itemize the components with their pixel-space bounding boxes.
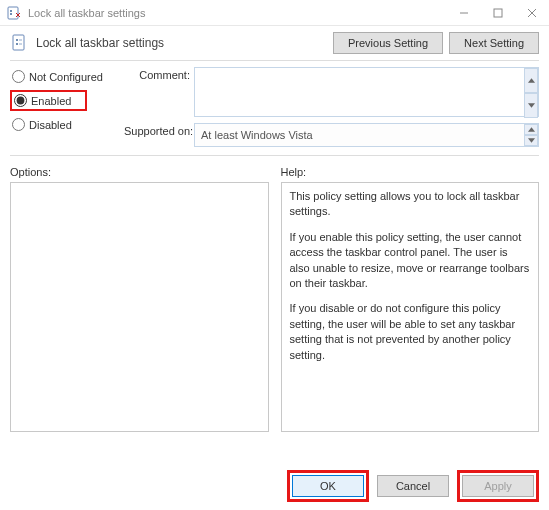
help-text: If you disable or do not configure this …	[290, 301, 531, 363]
help-text: This policy setting allows you to lock a…	[290, 189, 531, 220]
radio-not-configured[interactable]: Not Configured	[10, 69, 107, 84]
window-titlebar: Lock all taskbar settings	[0, 0, 549, 26]
policy-header: Lock all taskbar settings Previous Setti…	[0, 26, 549, 58]
options-pane	[10, 182, 269, 432]
policy-title: Lock all taskbar settings	[36, 36, 333, 50]
svg-point-5	[16, 39, 18, 41]
radio-enabled[interactable]: Enabled	[10, 90, 87, 111]
options-label: Options:	[10, 166, 269, 182]
help-label: Help:	[281, 166, 540, 182]
svg-point-6	[16, 43, 18, 45]
policy-icon	[10, 33, 30, 53]
comment-label: Comment:	[124, 67, 190, 119]
radio-label: Not Configured	[29, 71, 103, 83]
help-pane: This policy setting allows you to lock a…	[281, 182, 540, 432]
supported-on-value: At least Windows Vista	[194, 123, 539, 147]
comment-spinner[interactable]	[524, 68, 538, 118]
cancel-button[interactable]: Cancel	[377, 475, 449, 497]
svg-point-2	[10, 13, 12, 15]
help-text: If you enable this policy setting, the u…	[290, 230, 531, 292]
apply-button[interactable]: Apply	[462, 475, 534, 497]
next-setting-button[interactable]: Next Setting	[449, 32, 539, 54]
maximize-button[interactable]	[481, 0, 515, 25]
ok-button[interactable]: OK	[292, 475, 364, 497]
window-title: Lock all taskbar settings	[28, 7, 447, 19]
ok-highlight: OK	[287, 470, 369, 502]
policy-icon	[6, 5, 22, 21]
supported-on-label: Supported on:	[124, 119, 190, 147]
apply-highlight: Apply	[457, 470, 539, 502]
radio-label: Disabled	[29, 119, 72, 131]
radio-disabled[interactable]: Disabled	[10, 117, 76, 132]
svg-point-1	[10, 10, 12, 12]
minimize-button[interactable]	[447, 0, 481, 25]
comment-textarea[interactable]	[194, 67, 539, 117]
close-button[interactable]	[515, 0, 549, 25]
svg-rect-4	[13, 35, 24, 50]
previous-setting-button[interactable]: Previous Setting	[333, 32, 443, 54]
radio-label: Enabled	[31, 95, 71, 107]
svg-rect-3	[494, 9, 502, 17]
supported-spinner[interactable]	[524, 124, 538, 146]
